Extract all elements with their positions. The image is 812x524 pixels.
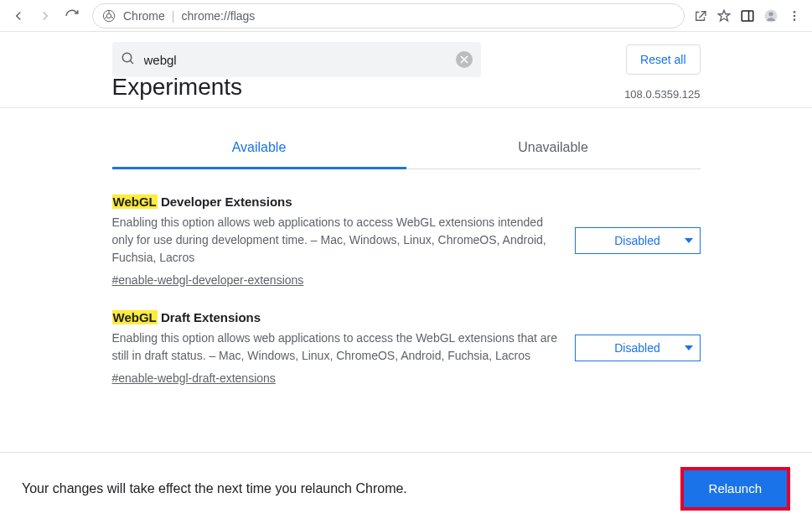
restart-message: Your changes will take effect the next t… — [22, 481, 407, 496]
flag-title-rest: Developer Extensions — [158, 195, 292, 209]
page-title: Experiments — [112, 74, 243, 101]
svg-point-1 — [106, 13, 111, 18]
svg-line-10 — [130, 60, 133, 64]
relaunch-highlight: Relaunch — [680, 467, 790, 511]
reset-all-button[interactable]: Reset all — [626, 44, 700, 75]
highlight: WebGL — [112, 195, 158, 209]
restart-bar: Your changes will take effect the next t… — [0, 452, 812, 524]
tab-unavailable[interactable]: Unavailable — [406, 128, 701, 169]
reload-button[interactable] — [60, 4, 84, 28]
search-icon — [121, 51, 136, 69]
highlight: WebGL — [112, 310, 158, 324]
tabs: Available Unavailable — [112, 128, 701, 169]
flag-title-rest: Draft Extensions — [158, 310, 261, 324]
url-text: chrome://flags — [181, 9, 255, 23]
bookmark-icon[interactable] — [716, 8, 732, 23]
svg-point-6 — [794, 11, 796, 13]
flag-title: WebGL Draft Extensions — [112, 310, 561, 324]
search-box — [112, 42, 481, 77]
flag-description: Enabling this option allows web applicat… — [112, 329, 561, 365]
panel-icon[interactable] — [740, 8, 755, 23]
flag-description: Enabling this option allows web applicat… — [112, 214, 561, 267]
menu-icon[interactable] — [787, 8, 802, 23]
tab-available[interactable]: Available — [112, 128, 406, 169]
svg-point-9 — [122, 53, 132, 62]
flag-title: WebGL Developer Extensions — [112, 195, 561, 209]
back-button[interactable] — [7, 4, 30, 28]
separator: | — [172, 9, 175, 23]
share-icon[interactable] — [693, 8, 708, 23]
flag-item: WebGL Draft Extensions Enabling this opt… — [112, 310, 701, 408]
svg-point-5 — [768, 12, 773, 16]
svg-point-7 — [794, 14, 796, 17]
site-label: Chrome — [123, 9, 165, 23]
svg-rect-2 — [742, 11, 753, 21]
relaunch-button[interactable]: Relaunch — [684, 470, 787, 507]
svg-point-8 — [794, 18, 796, 21]
version-label: 108.0.5359.125 — [624, 88, 700, 101]
forward-button[interactable] — [34, 4, 57, 28]
omnibox[interactable]: Chrome | chrome://flags — [92, 3, 685, 29]
flag-select[interactable]: Disabled — [575, 227, 701, 254]
clear-search-button[interactable] — [456, 51, 473, 68]
flag-hash-link[interactable]: #enable-webgl-developer-extensions — [112, 273, 304, 287]
flag-hash-link[interactable]: #enable-webgl-draft-extensions — [112, 371, 276, 385]
profile-icon[interactable] — [763, 8, 778, 23]
flag-item: WebGL Developer Extensions Enabling this… — [112, 195, 701, 310]
chrome-icon — [101, 8, 116, 23]
flag-select[interactable]: Disabled — [575, 335, 701, 361]
browser-toolbar: Chrome | chrome://flags — [0, 0, 812, 32]
search-input[interactable] — [144, 53, 447, 67]
